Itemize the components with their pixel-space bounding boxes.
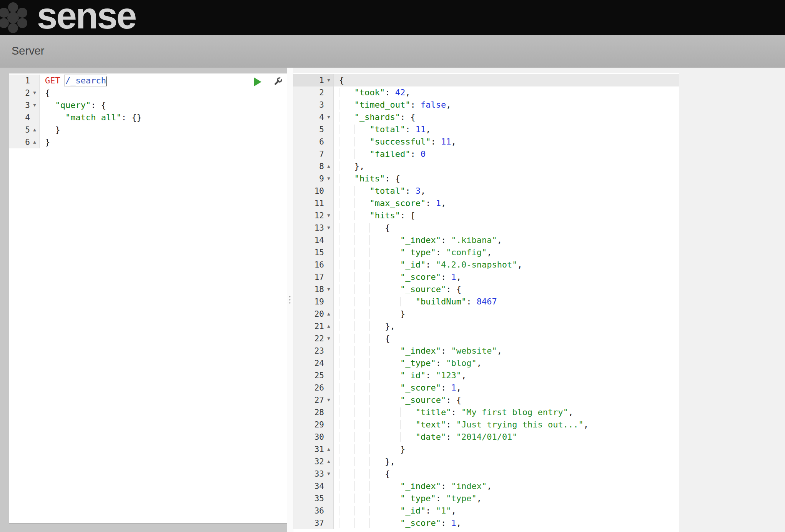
code-line[interactable]: 25 "_id": "123", <box>293 369 679 382</box>
code-line[interactable]: 4▾ "_shards": { <box>293 111 679 123</box>
code-line[interactable]: 2 "took": 42, <box>293 86 679 99</box>
code-text: "_source": { <box>334 394 461 406</box>
send-request-button[interactable] <box>254 77 261 86</box>
fold-toggle-icon[interactable]: ▴ <box>324 456 333 468</box>
code-line[interactable]: 14 "_index": ".kibana", <box>293 234 679 246</box>
code-line[interactable]: 13▾ { <box>293 222 679 234</box>
line-number: 27 <box>293 394 324 406</box>
fold-toggle-icon[interactable]: ▾ <box>324 74 333 86</box>
gutter-cell: 11 <box>293 197 334 209</box>
fold-spacer <box>324 419 333 431</box>
code-line[interactable]: 16 "_id": "4.2.0-snapshot", <box>293 259 679 271</box>
fold-spacer <box>30 111 39 124</box>
code-line[interactable]: 31▴ } <box>293 443 679 456</box>
gutter-cell: 5 <box>293 123 334 136</box>
code-line[interactable]: 6 "successful": 11, <box>293 136 679 148</box>
code-line[interactable]: 28 "title": "My first blog entry", <box>293 406 679 419</box>
panel-resize-handle[interactable] <box>287 68 293 532</box>
app-logo-text: sense <box>37 0 136 35</box>
code-text: { <box>334 332 390 345</box>
gutter-cell: 14 <box>293 234 334 246</box>
code-line[interactable]: 29 "text": "Just trying this out...", <box>293 419 679 431</box>
code-line[interactable]: 35 "_type": "type", <box>293 492 679 505</box>
code-line[interactable]: 24 "_type": "blog", <box>293 357 679 369</box>
fold-toggle-icon[interactable]: ▾ <box>324 209 333 222</box>
fold-toggle-icon[interactable]: ▴ <box>324 443 333 456</box>
fold-toggle-icon[interactable]: ▾ <box>324 222 333 234</box>
code-line[interactable]: 5▴ } <box>9 124 287 136</box>
line-number: 17 <box>293 271 324 283</box>
request-settings-button[interactable] <box>272 76 283 87</box>
gutter-cell: 17 <box>293 271 334 283</box>
fold-toggle-icon[interactable]: ▾ <box>324 332 333 345</box>
code-line[interactable]: 20▴ } <box>293 308 679 320</box>
code-line[interactable]: 4 "match_all": {} <box>9 111 287 124</box>
fold-toggle-icon[interactable]: ▾ <box>30 99 39 111</box>
code-line[interactable]: 7 "failed": 0 <box>293 148 679 160</box>
code-text: } <box>40 124 60 136</box>
code-line[interactable]: 2▾{ <box>9 87 287 99</box>
fold-toggle-icon[interactable]: ▴ <box>324 308 333 320</box>
fold-toggle-icon[interactable]: ▾ <box>324 111 333 123</box>
gutter-cell: 19 <box>293 296 334 308</box>
fold-spacer <box>324 296 333 308</box>
code-line[interactable]: 9▾ "hits": { <box>293 173 679 185</box>
fold-spacer <box>324 271 333 283</box>
request-editor[interactable]: 1GET /_search2▾{3▾ "query": {4 "match_al… <box>9 73 287 524</box>
fold-toggle-icon[interactable]: ▴ <box>324 160 333 173</box>
line-number: 37 <box>293 517 324 529</box>
code-line[interactable]: 3 "timed_out": false, <box>293 99 679 111</box>
fold-toggle-icon[interactable]: ▾ <box>30 87 39 99</box>
code-line[interactable]: 21▴ }, <box>293 320 679 332</box>
fold-spacer <box>324 185 333 197</box>
code-text: } <box>334 443 405 456</box>
code-text: "_score": 1, <box>334 271 461 283</box>
code-line[interactable]: 33▾ { <box>293 468 679 480</box>
code-line[interactable]: 22▾ { <box>293 332 679 345</box>
gutter-cell: 6 <box>293 136 334 148</box>
code-line[interactable]: 12▾ "hits": [ <box>293 209 679 222</box>
code-line[interactable]: 5 "total": 11, <box>293 123 679 136</box>
fold-toggle-icon[interactable]: ▴ <box>30 136 39 148</box>
code-line[interactable]: 10 "total": 3, <box>293 185 679 197</box>
gutter-cell: 36 <box>293 505 334 517</box>
response-editor[interactable]: 1▾{2 "took": 42,3 "timed_out": false,4▾ … <box>293 73 679 532</box>
fold-toggle-icon[interactable]: ▴ <box>324 320 333 332</box>
code-line[interactable]: 30 "date": "2014/01/01" <box>293 431 679 443</box>
code-line[interactable]: 27▾ "_source": { <box>293 394 679 406</box>
code-line[interactable]: 19 "buildNum": 8467 <box>293 296 679 308</box>
code-line[interactable]: 32▴ }, <box>293 456 679 468</box>
code-line[interactable]: 1GET /_search <box>9 75 287 87</box>
fold-toggle-icon[interactable]: ▾ <box>324 283 333 296</box>
fold-toggle-icon[interactable]: ▾ <box>324 394 333 406</box>
gutter-cell: 21▴ <box>293 320 334 332</box>
code-line[interactable]: 18▾ "_source": { <box>293 283 679 296</box>
gutter-cell: 13▾ <box>293 222 334 234</box>
fold-toggle-icon[interactable]: ▾ <box>324 173 333 185</box>
code-line[interactable]: 23 "_index": "website", <box>293 345 679 357</box>
gutter-cell: 23 <box>293 345 334 357</box>
code-text: "_type": "config", <box>334 246 492 259</box>
code-line[interactable]: 37 "_score": 1, <box>293 517 679 529</box>
code-line[interactable]: 34 "_index": "index", <box>293 480 679 492</box>
fold-spacer <box>324 517 333 529</box>
code-text: "_score": 1, <box>334 517 461 529</box>
line-number: 16 <box>293 259 324 271</box>
code-line[interactable]: 6▴} <box>9 136 287 148</box>
code-line[interactable]: 8▴ }, <box>293 160 679 173</box>
code-text: "took": 42, <box>334 86 410 99</box>
code-line[interactable]: 15 "_type": "config", <box>293 246 679 259</box>
fold-spacer <box>324 136 333 148</box>
fold-toggle-icon[interactable]: ▴ <box>30 124 39 136</box>
gutter-cell: 37 <box>293 517 334 529</box>
code-line[interactable]: 1▾{ <box>293 74 679 86</box>
code-line[interactable]: 11 "max_score": 1, <box>293 197 679 209</box>
line-number: 9 <box>293 173 324 185</box>
code-line[interactable]: 36 "_id": "1", <box>293 505 679 517</box>
code-line[interactable]: 26 "_score": 1, <box>293 382 679 394</box>
code-line[interactable]: 3▾ "query": { <box>9 99 287 111</box>
code-text: }, <box>334 456 395 468</box>
fold-toggle-icon[interactable]: ▾ <box>324 468 333 480</box>
fold-spacer <box>324 99 333 111</box>
code-line[interactable]: 17 "_score": 1, <box>293 271 679 283</box>
